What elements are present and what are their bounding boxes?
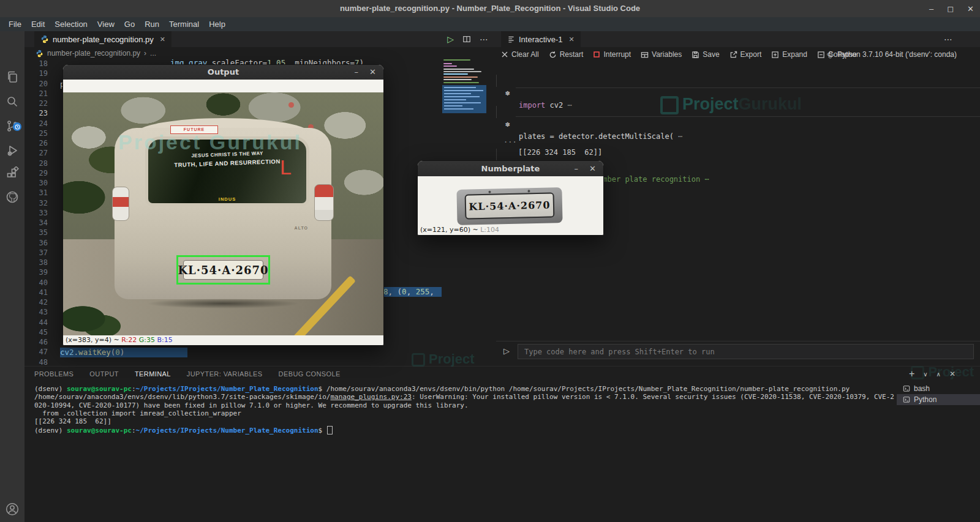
tab-close-icon[interactable]: ✕: [160, 35, 165, 43]
search-icon[interactable]: [0, 90, 24, 113]
tab-number-plate-recognition[interactable]: number-plate_recognition.py ✕: [34, 31, 172, 47]
restart-button[interactable]: Restart: [549, 50, 584, 59]
panel-tab-output[interactable]: OUTPUT: [89, 370, 119, 378]
cropped-plate: KL·54·A·2670: [456, 187, 562, 225]
car-photo: JESUS CHRIST IS THE WAY TRUTH, LIFE AND …: [63, 92, 383, 335]
clear-icon: [501, 51, 508, 58]
menu-view[interactable]: View: [92, 17, 119, 31]
breadcrumb[interactable]: number-plate_recognition.py › ...: [24, 47, 494, 59]
terminal-dropdown-icon[interactable]: ∨: [923, 371, 927, 378]
restart-icon: [549, 51, 557, 59]
plate-text: KL·54·A·2670: [465, 192, 555, 219]
terminal-list: bashPython: [897, 383, 980, 405]
menu-go[interactable]: Go: [119, 17, 140, 31]
code-line-41: 8, (0, 255,: [380, 287, 442, 297]
run-python-file-icon[interactable]: ▷: [447, 34, 454, 44]
terminal-output[interactable]: (dsenv) sourav@sourav-pc:~/Projects/IPro…: [34, 385, 894, 520]
tab-close-icon[interactable]: ✕: [569, 35, 575, 43]
save-button[interactable]: Save: [692, 50, 719, 59]
clear-all-button[interactable]: Clear All: [501, 50, 539, 59]
kernel-status[interactable]: Python 3.7.10 64-bit ('dsenv': conda): [826, 47, 957, 62]
bottom-panel: PROBLEMSOUTPUTTERMINALJUPYTER: VARIABLES…: [24, 366, 980, 522]
line-number: 35: [24, 228, 48, 239]
python-kernel-icon: [826, 51, 834, 59]
output-window-titlebar[interactable]: Output – ✕: [63, 65, 383, 80]
minimize-button[interactable]: –: [929, 4, 933, 13]
source-control-icon[interactable]: [0, 114, 24, 138]
opencv-numberplate-window[interactable]: Numberplate – ✕ KL·54·A·2670 (x=121, y=6…: [417, 160, 604, 236]
panel-tab-jupyter-variables[interactable]: JUPYTER: VARIABLES: [187, 370, 263, 378]
numberplate-window-titlebar[interactable]: Numberplate – ✕: [418, 161, 603, 176]
new-terminal-icon[interactable]: +: [909, 368, 914, 379]
line-number: 43: [24, 308, 48, 318]
panel-tab-terminal[interactable]: TERMINAL: [135, 370, 171, 378]
minimize-icon[interactable]: –: [575, 161, 579, 176]
line-number: 24: [24, 119, 48, 130]
editor-more-actions-icon[interactable]: ⋯: [480, 34, 489, 44]
close-button[interactable]: ✕: [967, 4, 974, 13]
menu-run[interactable]: Run: [140, 17, 164, 31]
run-debug-icon[interactable]: [0, 139, 24, 162]
line-number: 36: [24, 239, 48, 249]
source-control-badge-clock-icon: [13, 122, 21, 131]
terminal-list-item-bash[interactable]: bash: [897, 383, 980, 394]
github-icon[interactable]: [0, 185, 24, 209]
interrupt-icon: [593, 51, 600, 58]
interactive-cell-import[interactable]: ✽ import cv2 ⋯: [496, 75, 980, 87]
interrupt-button[interactable]: Interrupt: [593, 50, 631, 59]
terminal-list-label: Python: [914, 395, 937, 404]
explorer-icon[interactable]: [0, 65, 24, 89]
split-editor-icon[interactable]: [462, 35, 471, 43]
variables-icon: [641, 51, 649, 59]
extensions-icon[interactable]: [0, 162, 24, 185]
line-number: 31: [24, 188, 48, 199]
line-number: 19: [24, 69, 48, 80]
interactive-input-row: ▷: [496, 341, 980, 362]
tab-label: Interactive-1: [519, 35, 563, 44]
menu-terminal[interactable]: Terminal: [164, 17, 204, 31]
output-collapse-indicator[interactable]: ...: [503, 134, 517, 146]
variables-button[interactable]: Variables: [641, 50, 682, 59]
cell-gear-icon[interactable]: ✽: [505, 87, 510, 99]
editor-gutter: 1819202122232425262728293031323334353637…: [24, 59, 54, 366]
line-number: 42: [24, 298, 48, 308]
terminal-line: from .collection import imread_collectio…: [34, 409, 241, 417]
breadcrumb-file[interactable]: number-plate_recognition.py: [47, 49, 140, 58]
line-number: 18: [24, 59, 48, 70]
line-number: 40: [24, 278, 48, 289]
interactive-cell-comment[interactable]: ✽ # ProjectGurukul Number plate recognit…: [496, 149, 980, 161]
expand-button[interactable]: Expand: [771, 50, 807, 59]
line-number: 41: [24, 288, 48, 299]
interactive-code-input[interactable]: [518, 344, 974, 359]
terminal-line: [[226 324 185 62]]: [34, 417, 111, 425]
terminal-list-item-python[interactable]: Python: [897, 394, 980, 405]
panel-tab-problems[interactable]: PROBLEMS: [34, 370, 74, 378]
line-number: 47: [24, 348, 48, 358]
panel-maximize-icon[interactable]: ∧: [937, 371, 941, 378]
line-number: 27: [24, 149, 48, 159]
panel-close-icon[interactable]: ✕: [949, 370, 956, 378]
tail-light-right: [314, 184, 334, 221]
run-cell-icon[interactable]: ▷: [503, 346, 510, 356]
account-icon[interactable]: [0, 498, 24, 521]
minimize-icon[interactable]: –: [355, 65, 359, 80]
line-number: 34: [24, 218, 48, 229]
panel-tab-debug-console[interactable]: DEBUG CONSOLE: [279, 370, 341, 378]
close-icon[interactable]: ✕: [369, 65, 376, 80]
menu-file[interactable]: File: [4, 17, 26, 31]
line-number: 44: [24, 318, 48, 329]
minimap[interactable]: [442, 59, 486, 114]
menu-edit[interactable]: Edit: [26, 17, 50, 31]
opencv-output-window[interactable]: Output – ✕ JESUS CHRIST IS THE WAY TRUTH…: [62, 64, 384, 346]
breadcrumb-more[interactable]: ...: [150, 49, 156, 58]
tab-interactive-1[interactable]: Interactive-1 ✕: [501, 31, 581, 47]
line-number: 26: [24, 139, 48, 149]
python-file-icon: [40, 35, 49, 43]
interactive-window-icon: [507, 35, 515, 43]
close-icon[interactable]: ✕: [589, 161, 596, 176]
interactive-more-actions-icon[interactable]: ⋯: [944, 34, 953, 44]
menu-selection[interactable]: Selection: [50, 17, 92, 31]
menu-help[interactable]: Help: [204, 17, 230, 31]
maximize-button[interactable]: ◻: [947, 4, 954, 13]
export-button[interactable]: Export: [729, 50, 762, 59]
